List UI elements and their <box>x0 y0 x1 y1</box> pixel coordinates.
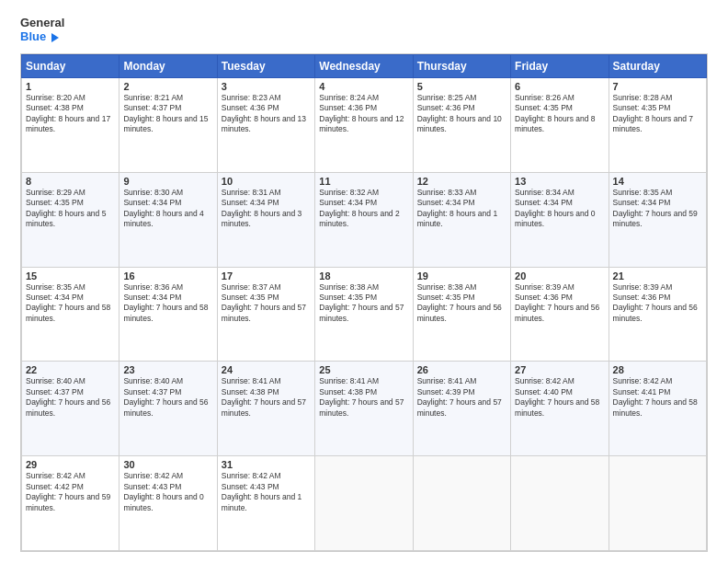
day-number: 7 <box>613 81 702 92</box>
cell-info: Sunrise: 8:33 AM Sunset: 4:34 PM Dayligh… <box>417 188 506 230</box>
calendar-day-cell: 8 Sunrise: 8:29 AM Sunset: 4:35 PM Dayli… <box>22 172 119 267</box>
calendar-day-header: Saturday <box>609 54 706 77</box>
calendar-day-cell: 18 Sunrise: 8:38 AM Sunset: 4:35 PM Dayl… <box>315 267 413 362</box>
day-number: 4 <box>319 81 408 92</box>
day-number: 18 <box>319 270 408 282</box>
day-number: 1 <box>26 81 115 92</box>
cell-info: Sunrise: 8:25 AM Sunset: 4:36 PM Dayligh… <box>417 93 506 135</box>
day-number: 8 <box>26 176 115 187</box>
calendar-day-cell: 23 Sunrise: 8:40 AM Sunset: 4:37 PM Dayl… <box>119 362 217 456</box>
day-number: 31 <box>222 459 311 470</box>
calendar-day-cell <box>511 456 609 551</box>
cell-info: Sunrise: 8:42 AM Sunset: 4:43 PM Dayligh… <box>222 471 311 513</box>
calendar-week-row: 8 Sunrise: 8:29 AM Sunset: 4:35 PM Dayli… <box>22 172 707 267</box>
header: General Blue <box>20 17 708 44</box>
cell-info: Sunrise: 8:37 AM Sunset: 4:35 PM Dayligh… <box>222 282 311 325</box>
cell-info: Sunrise: 8:35 AM Sunset: 4:34 PM Dayligh… <box>613 188 702 230</box>
cell-info: Sunrise: 8:21 AM Sunset: 4:37 PM Dayligh… <box>123 93 212 135</box>
calendar-day-header: Tuesday <box>217 54 314 77</box>
calendar-day-cell <box>413 456 510 551</box>
calendar-day-cell: 19 Sunrise: 8:38 AM Sunset: 4:35 PM Dayl… <box>413 267 510 362</box>
calendar-day-cell: 17 Sunrise: 8:37 AM Sunset: 4:35 PM Dayl… <box>217 267 314 362</box>
calendar-day-cell: 24 Sunrise: 8:41 AM Sunset: 4:38 PM Dayl… <box>217 362 314 456</box>
calendar-day-cell: 12 Sunrise: 8:33 AM Sunset: 4:34 PM Dayl… <box>413 172 510 267</box>
day-number: 17 <box>222 270 311 282</box>
calendar-week-row: 22 Sunrise: 8:40 AM Sunset: 4:37 PM Dayl… <box>22 362 707 456</box>
calendar-day-cell: 20 Sunrise: 8:39 AM Sunset: 4:36 PM Dayl… <box>511 267 609 362</box>
cell-info: Sunrise: 8:23 AM Sunset: 4:36 PM Dayligh… <box>222 93 311 135</box>
day-number: 10 <box>222 176 311 187</box>
cell-info: Sunrise: 8:24 AM Sunset: 4:36 PM Dayligh… <box>319 93 408 135</box>
calendar-day-cell: 3 Sunrise: 8:23 AM Sunset: 4:36 PM Dayli… <box>217 77 314 172</box>
day-number: 14 <box>613 176 702 187</box>
day-number: 24 <box>222 364 311 375</box>
cell-info: Sunrise: 8:34 AM Sunset: 4:34 PM Dayligh… <box>515 188 604 230</box>
calendar-day-cell: 9 Sunrise: 8:30 AM Sunset: 4:34 PM Dayli… <box>119 172 217 267</box>
cell-info: Sunrise: 8:20 AM Sunset: 4:38 PM Dayligh… <box>26 93 115 135</box>
cell-info: Sunrise: 8:39 AM Sunset: 4:36 PM Dayligh… <box>613 282 702 325</box>
day-number: 29 <box>26 459 115 470</box>
calendar-day-cell: 25 Sunrise: 8:41 AM Sunset: 4:38 PM Dayl… <box>315 362 413 456</box>
cell-info: Sunrise: 8:38 AM Sunset: 4:35 PM Dayligh… <box>417 282 506 325</box>
calendar-day-cell <box>609 456 706 551</box>
cell-info: Sunrise: 8:42 AM Sunset: 4:41 PM Dayligh… <box>613 376 702 419</box>
calendar-header-row: SundayMondayTuesdayWednesdayThursdayFrid… <box>22 54 707 77</box>
calendar-body: 1 Sunrise: 8:20 AM Sunset: 4:38 PM Dayli… <box>22 77 707 550</box>
calendar-week-row: 15 Sunrise: 8:35 AM Sunset: 4:34 PM Dayl… <box>22 267 707 362</box>
day-number: 27 <box>515 364 604 375</box>
calendar-day-cell: 30 Sunrise: 8:42 AM Sunset: 4:43 PM Dayl… <box>119 456 217 551</box>
calendar-day-cell: 28 Sunrise: 8:42 AM Sunset: 4:41 PM Dayl… <box>609 362 706 456</box>
calendar-day-cell: 7 Sunrise: 8:28 AM Sunset: 4:35 PM Dayli… <box>609 77 706 172</box>
cell-info: Sunrise: 8:36 AM Sunset: 4:34 PM Dayligh… <box>123 282 212 325</box>
calendar-week-row: 29 Sunrise: 8:42 AM Sunset: 4:42 PM Dayl… <box>22 456 707 551</box>
day-number: 5 <box>417 81 506 92</box>
cell-info: Sunrise: 8:41 AM Sunset: 4:39 PM Dayligh… <box>417 376 506 419</box>
calendar-day-cell: 11 Sunrise: 8:32 AM Sunset: 4:34 PM Dayl… <box>315 172 413 267</box>
cell-info: Sunrise: 8:39 AM Sunset: 4:36 PM Dayligh… <box>515 282 604 325</box>
cell-info: Sunrise: 8:35 AM Sunset: 4:34 PM Dayligh… <box>26 282 115 325</box>
logo-text: General Blue <box>20 17 64 44</box>
cell-info: Sunrise: 8:28 AM Sunset: 4:35 PM Dayligh… <box>613 93 702 135</box>
cell-info: Sunrise: 8:30 AM Sunset: 4:34 PM Dayligh… <box>123 188 212 230</box>
calendar-day-header: Thursday <box>413 54 510 77</box>
calendar-day-header: Monday <box>119 54 217 77</box>
cell-info: Sunrise: 8:42 AM Sunset: 4:42 PM Dayligh… <box>26 471 115 513</box>
cell-info: Sunrise: 8:42 AM Sunset: 4:43 PM Dayligh… <box>123 471 212 513</box>
cell-info: Sunrise: 8:32 AM Sunset: 4:34 PM Dayligh… <box>319 188 408 230</box>
calendar-day-cell: 1 Sunrise: 8:20 AM Sunset: 4:38 PM Dayli… <box>22 77 119 172</box>
cell-info: Sunrise: 8:38 AM Sunset: 4:35 PM Dayligh… <box>319 282 408 325</box>
calendar-day-cell: 27 Sunrise: 8:42 AM Sunset: 4:40 PM Dayl… <box>511 362 609 456</box>
calendar-day-cell: 31 Sunrise: 8:42 AM Sunset: 4:43 PM Dayl… <box>217 456 314 551</box>
calendar-day-cell: 5 Sunrise: 8:25 AM Sunset: 4:36 PM Dayli… <box>413 77 510 172</box>
calendar: SundayMondayTuesdayWednesdayThursdayFrid… <box>20 53 708 552</box>
day-number: 2 <box>123 81 212 92</box>
cell-info: Sunrise: 8:31 AM Sunset: 4:34 PM Dayligh… <box>222 188 311 230</box>
page: General Blue SundayMondayTuesdayWednesda… <box>0 0 728 563</box>
day-number: 12 <box>417 176 506 187</box>
calendar-day-cell: 14 Sunrise: 8:35 AM Sunset: 4:34 PM Dayl… <box>609 172 706 267</box>
cell-info: Sunrise: 8:40 AM Sunset: 4:37 PM Dayligh… <box>123 376 212 419</box>
cell-info: Sunrise: 8:42 AM Sunset: 4:40 PM Dayligh… <box>515 376 604 419</box>
day-number: 25 <box>319 364 408 375</box>
day-number: 26 <box>417 364 506 375</box>
cell-info: Sunrise: 8:41 AM Sunset: 4:38 PM Dayligh… <box>222 376 311 419</box>
day-number: 21 <box>613 270 702 282</box>
day-number: 20 <box>515 270 604 282</box>
calendar-day-cell: 16 Sunrise: 8:36 AM Sunset: 4:34 PM Dayl… <box>119 267 217 362</box>
calendar-week-row: 1 Sunrise: 8:20 AM Sunset: 4:38 PM Dayli… <box>22 77 707 172</box>
day-number: 13 <box>515 176 604 187</box>
day-number: 16 <box>123 270 212 282</box>
calendar-day-cell: 4 Sunrise: 8:24 AM Sunset: 4:36 PM Dayli… <box>315 77 413 172</box>
calendar-day-cell <box>315 456 413 551</box>
day-number: 30 <box>123 459 212 470</box>
calendar-day-header: Friday <box>511 54 609 77</box>
cell-info: Sunrise: 8:40 AM Sunset: 4:37 PM Dayligh… <box>26 376 115 419</box>
day-number: 9 <box>123 176 212 187</box>
calendar-day-cell: 10 Sunrise: 8:31 AM Sunset: 4:34 PM Dayl… <box>217 172 314 267</box>
day-number: 28 <box>613 364 702 375</box>
cell-info: Sunrise: 8:29 AM Sunset: 4:35 PM Dayligh… <box>26 188 115 230</box>
calendar-day-header: Sunday <box>22 54 119 77</box>
calendar-day-cell: 2 Sunrise: 8:21 AM Sunset: 4:37 PM Dayli… <box>119 77 217 172</box>
day-number: 23 <box>123 364 212 375</box>
day-number: 22 <box>26 364 115 375</box>
